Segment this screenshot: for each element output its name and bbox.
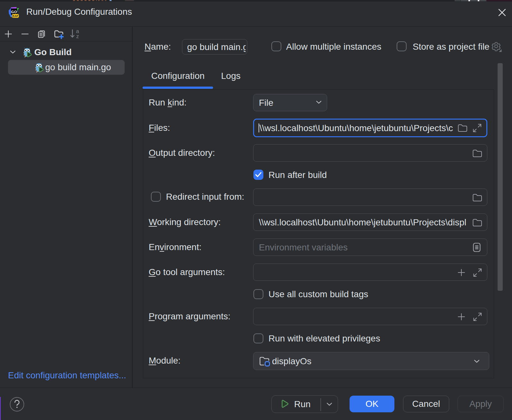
svg-text:GO: GO bbox=[11, 10, 17, 14]
svg-text:z: z bbox=[76, 33, 79, 39]
svg-text:EAP: EAP bbox=[12, 14, 19, 18]
